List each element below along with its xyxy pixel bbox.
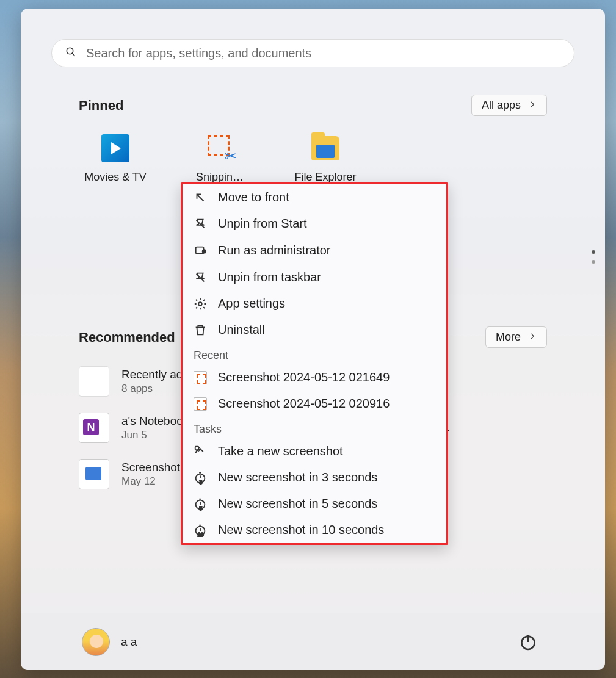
ctx-label: New screenshot in 10 seconds (218, 523, 384, 537)
ctx-task-screenshot-10s[interactable]: 10 New screenshot in 10 seconds (183, 517, 446, 543)
more-label: More (496, 331, 521, 344)
ctx-label: Screenshot 2024-05-12 021649 (218, 370, 390, 384)
ctx-app-settings[interactable]: App settings (183, 290, 446, 317)
ctx-recent-item[interactable]: Screenshot 2024-05-12 021649 (183, 364, 446, 391)
ctx-label: Take a new screenshot (218, 444, 343, 458)
file-explorer-icon (311, 134, 339, 162)
ctx-label: App settings (218, 297, 285, 311)
image-file-icon (194, 371, 207, 384)
apps-group-icon (79, 366, 109, 397)
page-dot[interactable] (592, 250, 595, 254)
snipping-tool-icon (206, 134, 234, 162)
power-button[interactable] (518, 632, 538, 652)
start-footer: a a (21, 613, 605, 670)
ctx-unpin-from-start[interactable]: Unpin from Start (183, 211, 446, 237)
search-box[interactable] (51, 39, 574, 67)
ctx-tasks-heading: Tasks (183, 417, 446, 438)
page-dots[interactable] (592, 250, 595, 264)
page-dot[interactable] (592, 260, 595, 264)
ctx-label: New screenshot in 5 seconds (218, 497, 377, 511)
svg-text:10: 10 (197, 532, 203, 537)
rec-title: Screenshot 2 (121, 461, 190, 474)
ctx-recent-item[interactable]: Screenshot 2024-05-12 020916 (183, 391, 446, 417)
pinned-app-label: File Explorer (294, 171, 356, 184)
all-apps-button[interactable]: All apps (471, 95, 547, 116)
rec-title: a's Notebook (121, 414, 189, 428)
ctx-label: Screenshot 2024-05-12 020916 (218, 397, 390, 411)
pinned-app-label: Snipping Tool (196, 171, 245, 184)
ctx-label: New screenshot in 3 seconds (218, 471, 377, 485)
svg-text:3: 3 (199, 479, 202, 485)
movies-tv-icon (101, 134, 129, 162)
ctx-unpin-from-taskbar[interactable]: Unpin from taskbar (183, 264, 446, 290)
image-file-icon (194, 397, 207, 411)
ctx-label: Run as administrator (218, 243, 331, 258)
pinned-app-label: Movies & TV (84, 171, 147, 184)
svg-text:5: 5 (199, 505, 202, 511)
svg-rect-9 (195, 446, 199, 450)
all-apps-label: All apps (482, 99, 521, 112)
recommended-title: Recommended (79, 330, 175, 345)
pinned-app-movies-tv[interactable]: Movies & TV (79, 134, 152, 184)
ctx-label: Unpin from taskbar (218, 270, 321, 284)
chevron-right-icon (528, 331, 537, 344)
ctx-task-screenshot-3s[interactable]: 3 New screenshot in 3 seconds (183, 464, 446, 491)
pinned-app-file-explorer[interactable]: File Explorer (289, 134, 362, 184)
user-account-button[interactable]: a a (82, 628, 137, 656)
pinned-title: Pinned (79, 98, 123, 114)
onenote-icon (79, 413, 109, 443)
more-button[interactable]: More (485, 326, 547, 348)
search-icon (65, 46, 76, 60)
ctx-label: Move to front (218, 190, 289, 204)
chevron-right-icon (528, 99, 537, 112)
svg-line-1 (72, 53, 75, 56)
avatar-icon (82, 628, 110, 656)
svg-point-8 (198, 302, 202, 306)
search-bar-wrap (21, 9, 605, 79)
search-input[interactable] (86, 46, 560, 60)
svg-line-4 (197, 194, 204, 201)
rec-sub: May 12 (121, 475, 190, 488)
rec-sub: Jun 5 (121, 429, 189, 441)
ctx-move-to-front[interactable]: Move to front (183, 184, 446, 211)
ctx-recent-heading: Recent (183, 343, 446, 364)
ctx-task-screenshot-5s[interactable]: 5 New screenshot in 5 seconds (183, 491, 446, 517)
svg-point-0 (67, 48, 73, 54)
pinned-app-snipping-tool[interactable]: Snipping Tool (184, 134, 257, 184)
ctx-label: Unpin from Start (218, 217, 307, 231)
image-file-icon (79, 459, 109, 489)
ctx-label: Uninstall (218, 323, 265, 337)
ctx-task-new-screenshot[interactable]: Take a new screenshot (183, 438, 446, 464)
username-label: a a (121, 635, 137, 649)
context-menu: Move to front Unpin from Start Run as ad… (181, 182, 448, 545)
ctx-uninstall[interactable]: Uninstall (183, 317, 446, 343)
ctx-run-as-admin[interactable]: Run as administrator (183, 237, 446, 264)
